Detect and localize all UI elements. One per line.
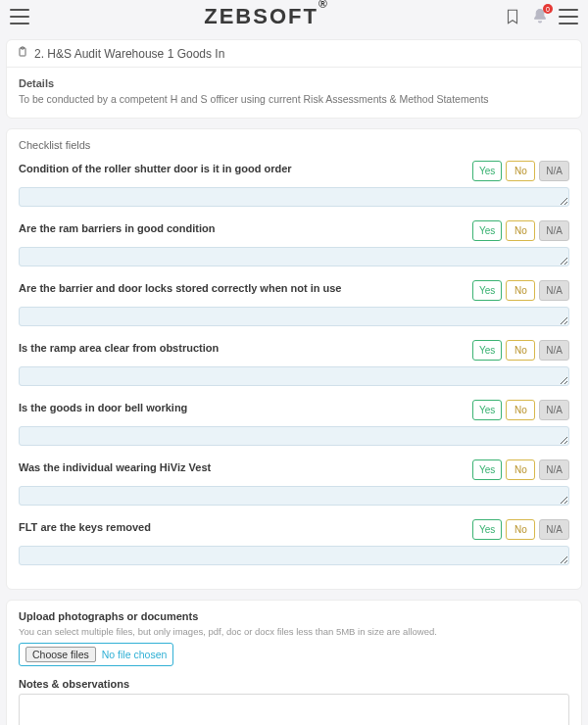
checklist-question: FLT are the keys removed [19, 519, 465, 533]
na-button[interactable]: N/A [539, 161, 569, 181]
na-button[interactable]: N/A [539, 519, 569, 540]
page-header-card: 2. H&S Audit Warehouse 1 Goods In Detail… [6, 39, 582, 119]
file-input-wrapper[interactable]: Choose files No file chosen [19, 643, 173, 666]
top-icons: 0 [504, 8, 578, 25]
checklist-note-input[interactable] [19, 307, 569, 326]
upload-title: Upload photographs or documents [19, 610, 569, 622]
bookmark-icon[interactable] [504, 8, 521, 25]
details-heading: Details [19, 77, 569, 89]
checklist-item: FLT are the keys removed Yes No N/A [19, 519, 569, 567]
details-body: Details To be conducted by a competent H… [7, 68, 581, 118]
no-button[interactable]: No [506, 161, 535, 181]
answer-buttons: Yes No N/A [472, 220, 569, 241]
yes-button[interactable]: Yes [472, 220, 502, 241]
no-button[interactable]: No [506, 519, 535, 540]
checklist-question: Are the ram barriers in good condition [19, 220, 465, 234]
answer-buttons: Yes No N/A [472, 340, 569, 361]
checklist-item: Is the goods in door bell working Yes No… [19, 400, 569, 448]
notification-badge: 0 [543, 4, 553, 14]
checklist-question: Is the goods in door bell working [19, 400, 465, 413]
yes-button[interactable]: Yes [472, 161, 502, 181]
brand-reg: ® [318, 0, 329, 11]
checklist-item: Condition of the roller shutter door is … [19, 161, 569, 209]
no-button[interactable]: No [506, 340, 535, 361]
checklist-item: Was the individual wearing HiViz Vest Ye… [19, 459, 569, 508]
na-button[interactable]: N/A [539, 459, 569, 480]
answer-buttons: Yes No N/A [472, 400, 569, 420]
no-button[interactable]: No [506, 459, 535, 480]
yes-button[interactable]: Yes [472, 340, 502, 361]
notification-bell-icon[interactable]: 0 [531, 8, 549, 25]
yes-button[interactable]: Yes [472, 459, 502, 480]
checklist-section-title: Checklist fields [19, 139, 569, 151]
no-button[interactable]: No [506, 400, 535, 420]
answer-buttons: Yes No N/A [472, 459, 569, 480]
checklist-card: Checklist fields Condition of the roller… [6, 128, 582, 590]
notes-title: Notes & observations [19, 678, 569, 690]
topbar: ZEBSOFT® 0 [0, 0, 588, 33]
menu-left-icon[interactable] [10, 9, 29, 24]
yes-button[interactable]: Yes [472, 519, 502, 540]
checklist-note-input[interactable] [19, 546, 569, 565]
upload-hint: You can select multiple files, but only … [19, 626, 569, 637]
checklist-question: Are the barrier and door locks stored co… [19, 280, 465, 294]
details-text: To be conducted by a competent H and S o… [19, 92, 569, 108]
page-title: 2. H&S Audit Warehouse 1 Goods In [34, 47, 224, 61]
checklist-item: Is the ramp area clear from obstruction … [19, 340, 569, 388]
attachments-card: Upload photographs or documents You can … [6, 600, 582, 725]
notes-textarea[interactable] [19, 694, 569, 725]
answer-buttons: Yes No N/A [472, 519, 569, 540]
checklist-question: Condition of the roller shutter door is … [19, 161, 465, 174]
checklist-question: Is the ramp area clear from obstruction [19, 340, 465, 354]
na-button[interactable]: N/A [539, 340, 569, 361]
checklist-note-input[interactable] [19, 366, 569, 386]
page-title-row: 2. H&S Audit Warehouse 1 Goods In [7, 40, 581, 68]
checklist-question: Was the individual wearing HiViz Vest [19, 459, 465, 473]
menu-right-icon[interactable] [559, 9, 578, 24]
brand-text: ZEBSOFT [204, 4, 318, 28]
yes-button[interactable]: Yes [472, 280, 502, 301]
checklist-note-input[interactable] [19, 426, 569, 446]
brand-logo: ZEBSOFT® [204, 4, 329, 29]
choose-files-button[interactable]: Choose files [25, 647, 96, 662]
checklist-item: Are the ram barriers in good condition Y… [19, 220, 569, 268]
upload-section: Upload photographs or documents You can … [19, 610, 569, 666]
na-button[interactable]: N/A [539, 220, 569, 241]
answer-buttons: Yes No N/A [472, 161, 569, 181]
na-button[interactable]: N/A [539, 400, 569, 420]
checklist-note-input[interactable] [19, 187, 569, 207]
yes-button[interactable]: Yes [472, 400, 502, 420]
clipboard-icon [17, 46, 28, 61]
no-button[interactable]: No [506, 220, 535, 241]
na-button[interactable]: N/A [539, 280, 569, 301]
notes-section: Notes & observations [19, 678, 569, 725]
no-button[interactable]: No [506, 280, 535, 301]
checklist-note-input[interactable] [19, 247, 569, 266]
checklist-note-input[interactable] [19, 486, 569, 506]
checklist-item: Are the barrier and door locks stored co… [19, 280, 569, 328]
answer-buttons: Yes No N/A [472, 280, 569, 301]
no-file-label: No file chosen [102, 649, 168, 660]
